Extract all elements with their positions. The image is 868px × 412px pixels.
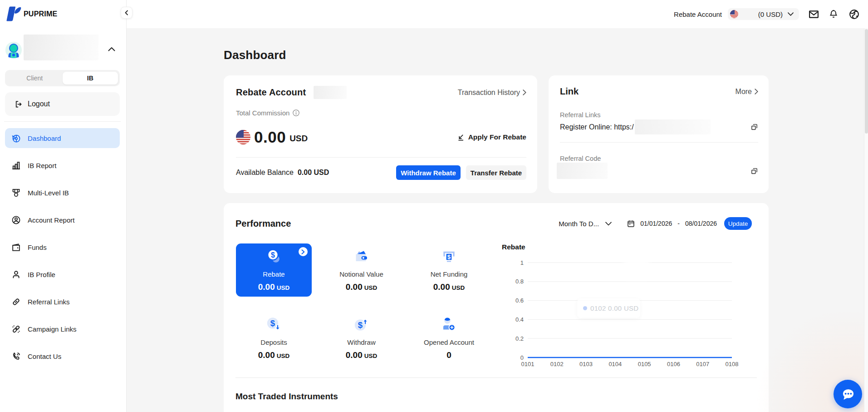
available-balance-label: Available Balance xyxy=(236,169,294,177)
rebate-account-card: Rebate Account Transaction History Total… xyxy=(224,75,537,193)
metric-value: 0.00USD xyxy=(258,282,290,292)
performance-card: Performance Month To D... 01/01/2026 - 0… xyxy=(224,203,769,412)
chevron-down-icon xyxy=(605,222,612,226)
campaign-link-icon xyxy=(11,324,21,334)
date-from[interactable]: 01/01/2026 xyxy=(640,220,672,227)
wallet-icon xyxy=(11,243,21,252)
toggle-client[interactable]: Client xyxy=(7,72,63,84)
metric-rebate[interactable]: $Rebate0.00USD xyxy=(236,243,312,297)
sidebar-item-ib-report[interactable]: IB Report xyxy=(5,155,120,175)
metric-withdraw[interactable]: $Withdraw0.00USD xyxy=(324,312,399,365)
metric-value: 0.00USD xyxy=(346,350,378,360)
referral-code-label: Referral Code xyxy=(560,155,758,162)
withdraw-rebate-button[interactable]: Withdraw Rebate xyxy=(396,165,461,180)
sidebar-item-funds[interactable]: Funds xyxy=(5,237,120,257)
logout-icon xyxy=(14,100,23,109)
copy-icon xyxy=(750,123,758,131)
date-range-picker[interactable]: 01/01/2026 - 08/01/2026 xyxy=(627,220,717,228)
metric-label: Deposits xyxy=(260,338,287,346)
rebate-card-title: Rebate Account xyxy=(236,87,306,98)
chevron-left-icon xyxy=(124,10,129,15)
sidebar-item-account-report[interactable]: Account Report xyxy=(5,210,120,230)
brand-name: PUPRIME xyxy=(24,10,57,18)
medal-icon xyxy=(11,188,21,198)
metric-unit: USD xyxy=(364,284,378,291)
page-scrollbar[interactable] xyxy=(864,28,868,412)
svg-text:0: 0 xyxy=(520,354,524,361)
metric-detail-arrow[interactable] xyxy=(299,247,308,256)
redacted-account-number xyxy=(738,11,758,17)
chat-widget-button[interactable] xyxy=(834,380,862,408)
metric-notional-value[interactable]: Notional Value0.00USD xyxy=(324,243,399,297)
chevron-right-icon xyxy=(301,249,305,254)
mail-icon[interactable] xyxy=(808,9,819,20)
phone-icon xyxy=(11,352,21,361)
transfer-rebate-button[interactable]: Transfer Rebate xyxy=(466,165,526,180)
update-button[interactable]: Update xyxy=(724,217,752,230)
chevron-right-icon xyxy=(523,89,526,95)
svg-text:$: $ xyxy=(358,320,363,330)
account-currency: (0 USD) xyxy=(758,10,783,18)
chevron-down-icon xyxy=(788,12,794,16)
avatar xyxy=(5,41,22,59)
copy-referral-link-button[interactable] xyxy=(750,123,758,131)
sidebar-item-dashboard[interactable]: Dashboard xyxy=(5,128,120,148)
metric-unit: USD xyxy=(452,284,465,291)
svg-text:$: $ xyxy=(270,318,275,328)
metric-opened-account[interactable]: Opened Account0 xyxy=(411,312,487,365)
redacted-rebate-account-id xyxy=(314,86,347,99)
date-to[interactable]: 08/01/2026 xyxy=(685,220,717,227)
toggle-ib[interactable]: IB xyxy=(63,72,118,84)
available-balance-value: 0.00 USD xyxy=(298,169,329,177)
svg-text:0.8: 0.8 xyxy=(515,278,524,285)
brand-logo[interactable]: PUPRIME xyxy=(5,0,120,22)
svg-text:0102: 0102 xyxy=(550,361,564,367)
copy-icon xyxy=(750,167,758,175)
more-link[interactable]: More xyxy=(736,88,758,96)
total-commission-amount: 0.00 xyxy=(254,128,286,146)
chevron-right-icon xyxy=(755,89,758,94)
info-icon[interactable] xyxy=(293,109,299,116)
copy-referral-code-button[interactable] xyxy=(750,167,758,175)
sidebar-item-contact-us[interactable]: Contact Us xyxy=(5,346,120,366)
sidebar-item-multi-level-ib[interactable]: Multi-Level IB xyxy=(5,183,120,203)
total-commission-label: Total Commission xyxy=(236,109,289,117)
scrollbar-thumb[interactable] xyxy=(865,29,868,134)
sidebar-item-label: IB Profile xyxy=(28,271,55,278)
svg-text:$: $ xyxy=(271,251,275,259)
sidebar-item-campaign-links[interactable]: Campaign Links xyxy=(5,319,120,339)
sidebar-item-ib-profile[interactable]: IB Profile xyxy=(5,264,120,284)
sidebar-item-label: Dashboard xyxy=(28,134,61,142)
sidebar-item-referral-links[interactable]: Referral Links xyxy=(5,292,120,312)
svg-text:0.4: 0.4 xyxy=(515,316,524,323)
chevron-up-icon[interactable] xyxy=(108,47,115,51)
main-content: Dashboard Rebate Account Transaction His… xyxy=(127,28,868,412)
bell-icon[interactable] xyxy=(829,9,839,20)
sidebar-collapse-button[interactable] xyxy=(121,7,132,19)
metric-deposits[interactable]: $Deposits0.00USD xyxy=(236,312,312,365)
main-column: Rebate Account (0 USD) Dashboard Rebate … xyxy=(127,0,868,412)
globe-icon[interactable] xyxy=(848,9,860,20)
svg-text:0108: 0108 xyxy=(726,361,739,367)
rebate-card-divider xyxy=(236,157,526,158)
performance-title: Performance xyxy=(235,218,291,229)
us-flag-icon-large xyxy=(236,130,250,144)
dollar-up-icon: $ xyxy=(354,317,369,332)
date-separator: - xyxy=(677,220,680,227)
chart-blur-artifact xyxy=(624,248,649,279)
app-root: PUPRIME Client IB Logout Dashboard I xyxy=(0,0,868,412)
link-card-title: Link xyxy=(560,86,579,97)
dollar-down-icon: $ xyxy=(266,317,281,332)
profile-row[interactable] xyxy=(5,41,120,59)
referral-links-label: Referral Links xyxy=(560,111,758,119)
svg-text:0105: 0105 xyxy=(638,361,651,367)
apply-for-rebate-link[interactable]: Apply For Rebate xyxy=(457,133,526,141)
metric-net-funding[interactable]: $Net Funding0.00USD xyxy=(411,243,487,297)
metric-label: Net Funding xyxy=(431,270,468,278)
transaction-history-link[interactable]: Transaction History xyxy=(458,89,526,97)
account-selector[interactable]: (0 USD) xyxy=(728,8,799,20)
redacted-referral-code xyxy=(557,163,608,179)
date-range-select[interactable]: Month To D... xyxy=(559,220,612,228)
tooltip-text: 0102 0.00 USD xyxy=(590,304,638,312)
logout-button[interactable]: Logout xyxy=(5,92,120,116)
